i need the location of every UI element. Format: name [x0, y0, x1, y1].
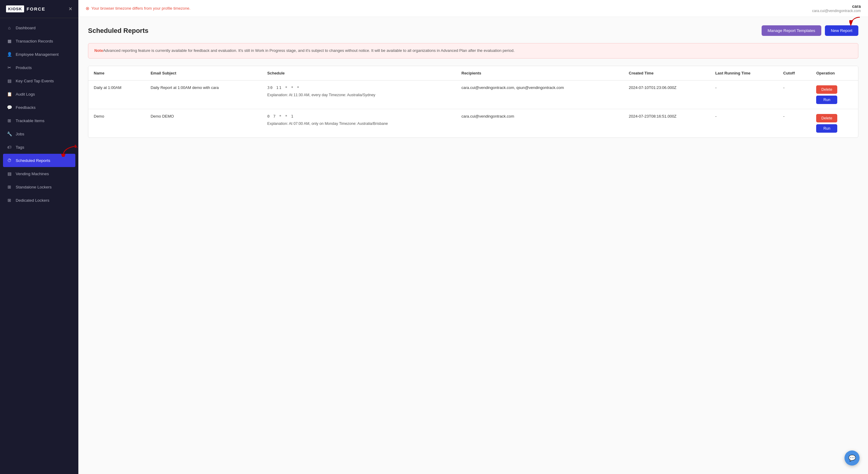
dashboard-icon: ⌂ — [7, 25, 12, 30]
standalone-lockers-icon: ⊞ — [7, 184, 12, 190]
note-text: Advanced reporting feature is currently … — [103, 48, 515, 53]
employee-management-icon: 👤 — [7, 52, 12, 57]
jobs-icon: 🔧 — [7, 131, 12, 137]
sidebar-item-standalone-lockers[interactable]: ⊞Standalone Lockers — [0, 180, 79, 194]
sidebar-item-transaction-records[interactable]: ▦Transaction Records — [0, 34, 79, 48]
col-recipients: Recipients — [456, 66, 623, 81]
row-0-email-subject: Daily Report at 1:00AM demo with cara — [145, 80, 262, 109]
col-last-running-time: Last Running Time — [710, 66, 778, 81]
row-1-cutoff: - — [778, 109, 811, 138]
warning-text: Your browser timezone differs from your … — [91, 6, 190, 10]
row-1-schedule-explanation: Explanation: At 07:00 AM, only on Monday… — [267, 121, 451, 127]
dedicated-lockers-icon: ⊞ — [7, 198, 12, 203]
main-content: ⊗ Your browser timezone differs from you… — [79, 0, 868, 474]
vending-machines-icon: ▤ — [7, 171, 12, 176]
sidebar-logo: KIOSK FORCE ✕ — [0, 0, 79, 18]
logo-force: FORCE — [27, 6, 45, 11]
sidebar: KIOSK FORCE ✕ ⌂Dashboard▦Transaction Rec… — [0, 0, 79, 474]
table-header-row: NameEmail SubjectScheduleRecipientsCreat… — [88, 66, 858, 81]
transaction-records-icon: ▦ — [7, 38, 12, 44]
key-card-tap-events-icon: ▤ — [7, 78, 12, 84]
delete-button-1[interactable]: Delete — [816, 114, 837, 122]
trackable-items-icon: ⊞ — [7, 118, 12, 123]
sidebar-item-jobs[interactable]: 🔧Jobs — [0, 127, 79, 141]
row-0-schedule-explanation: Explanation: At 11:30 AM, every day Time… — [267, 92, 451, 98]
sidebar-item-label-audit-logs: Audit Logs — [16, 92, 35, 96]
row-1-schedule: 0 7 * * 1Explanation: At 07:00 AM, only … — [262, 109, 456, 138]
delete-button-0[interactable]: Delete — [816, 85, 837, 94]
row-0-schedule: 30 11 * * *Explanation: At 11:30 AM, eve… — [262, 80, 456, 109]
row-1-schedule-code: 0 7 * * 1 — [267, 114, 451, 119]
sidebar-item-label-key-card-tap-events: Key Card Tap Events — [16, 79, 54, 83]
sidebar-item-dashboard[interactable]: ⌂Dashboard — [0, 21, 79, 34]
row-1-email-subject: Demo DEMO — [145, 109, 262, 138]
sidebar-item-products[interactable]: ✂Products — [0, 61, 79, 74]
sidebar-item-key-card-tap-events[interactable]: ▤Key Card Tap Events — [0, 74, 79, 87]
row-1-operation: DeleteRun — [811, 109, 858, 138]
row-0-cutoff: - — [778, 80, 811, 109]
col-cutoff: Cutoff — [778, 66, 811, 81]
run-button-1[interactable]: Run — [816, 124, 837, 133]
col-schedule: Schedule — [262, 66, 456, 81]
row-0-last-running-time: - — [710, 80, 778, 109]
tags-icon: 🏷 — [7, 144, 12, 150]
feedbacks-icon: 💬 — [7, 105, 12, 110]
col-operation: Operation — [811, 66, 858, 81]
sidebar-item-label-employee-management: Employee Management — [16, 52, 59, 57]
sidebar-item-label-standalone-lockers: Standalone Lockers — [16, 185, 52, 189]
row-0-created-time: 2024-07-10T01:23:06.000Z — [623, 80, 710, 109]
topbar: ⊗ Your browser timezone differs from you… — [79, 0, 868, 17]
page-title: Scheduled Reports — [88, 27, 148, 35]
sidebar-item-dedicated-lockers[interactable]: ⊞Dedicated Lockers — [0, 194, 79, 207]
sidebar-item-audit-logs[interactable]: 📋Audit Logs — [0, 87, 79, 101]
sidebar-item-label-tags: Tags — [16, 145, 24, 150]
sidebar-item-label-products: Products — [16, 65, 32, 70]
audit-logs-icon: 📋 — [7, 91, 12, 97]
manage-report-templates-button[interactable]: Manage Report Templates — [762, 25, 821, 36]
sidebar-item-scheduled-reports[interactable]: ⏱Scheduled Reports 1. — [3, 154, 75, 167]
col-email-subject: Email Subject — [145, 66, 262, 81]
reports-table-container: NameEmail SubjectScheduleRecipientsCreat… — [88, 66, 858, 138]
page-content: Scheduled Reports Manage Report Template… — [79, 17, 868, 474]
table-row: Daily at 1:00AMDaily Report at 1:00AM de… — [88, 80, 858, 109]
run-button-0[interactable]: Run — [816, 96, 837, 104]
chat-fab-button[interactable]: 💬 — [844, 450, 860, 466]
sidebar-item-employee-management[interactable]: 👤Employee Management — [0, 48, 79, 61]
timezone-warning: ⊗ Your browser timezone differs from you… — [86, 6, 190, 11]
table-body: Daily at 1:00AMDaily Report at 1:00AM de… — [88, 80, 858, 138]
row-0-operation: DeleteRun — [811, 80, 858, 109]
user-email: cara.cui@vendingontrack.com — [812, 9, 861, 13]
sidebar-close-icon[interactable]: ✕ — [68, 6, 72, 12]
row-1-last-running-time: - — [710, 109, 778, 138]
sidebar-item-label-trackable-items: Trackable Items — [16, 119, 44, 123]
col-name: Name — [88, 66, 145, 81]
scheduled-reports-icon: ⏱ — [7, 158, 12, 163]
col-created-time: Created Time — [623, 66, 710, 81]
sidebar-nav: ⌂Dashboard▦Transaction Records👤Employee … — [0, 18, 79, 210]
sidebar-item-tags[interactable]: 🏷Tags — [0, 141, 79, 154]
row-0-recipients: cara.cui@vendingontrack.com, qsun@vendin… — [456, 80, 623, 109]
row-1-recipients: cara.cui@vendingontrack.com — [456, 109, 623, 138]
new-report-button[interactable]: New Report — [825, 25, 858, 36]
page-header: Scheduled Reports Manage Report Template… — [88, 25, 858, 36]
sidebar-item-label-jobs: Jobs — [16, 132, 24, 136]
warning-icon: ⊗ — [86, 6, 90, 11]
row-1-name: Demo — [88, 109, 145, 138]
sidebar-item-trackable-items[interactable]: ⊞Trackable Items — [0, 114, 79, 127]
table-row: DemoDemo DEMO0 7 * * 1Explanation: At 07… — [88, 109, 858, 138]
row-1-created-time: 2024-07-23T08:16:51.000Z — [623, 109, 710, 138]
note-banner: NoteAdvanced reporting feature is curren… — [88, 43, 858, 59]
user-info: cara cara.cui@vendingontrack.com — [812, 4, 861, 13]
header-actions: Manage Report Templates New Report 2. — [762, 25, 858, 36]
products-icon: ✂ — [7, 65, 12, 70]
sidebar-item-vending-machines[interactable]: ▤Vending Machines — [0, 167, 79, 180]
chat-icon: 💬 — [848, 454, 856, 462]
sidebar-item-label-vending-machines: Vending Machines — [16, 172, 49, 176]
reports-table: NameEmail SubjectScheduleRecipientsCreat… — [88, 66, 858, 138]
note-label: Note — [94, 48, 103, 53]
sidebar-item-feedbacks[interactable]: 💬Feedbacks — [0, 101, 79, 114]
sidebar-item-label-scheduled-reports: Scheduled Reports — [16, 158, 50, 163]
sidebar-item-label-dashboard: Dashboard — [16, 26, 36, 30]
logo-kiosk: KIOSK — [6, 5, 24, 12]
row-0-name: Daily at 1:00AM — [88, 80, 145, 109]
